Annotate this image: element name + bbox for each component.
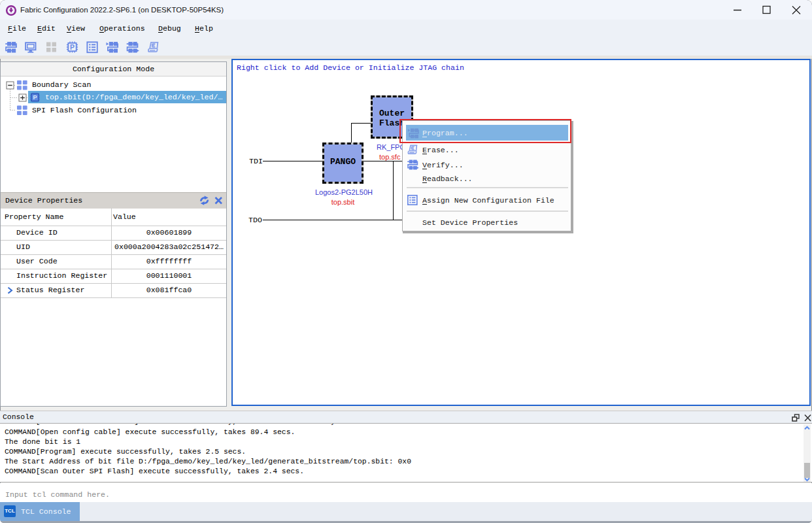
svg-text:P: P [33,94,37,101]
